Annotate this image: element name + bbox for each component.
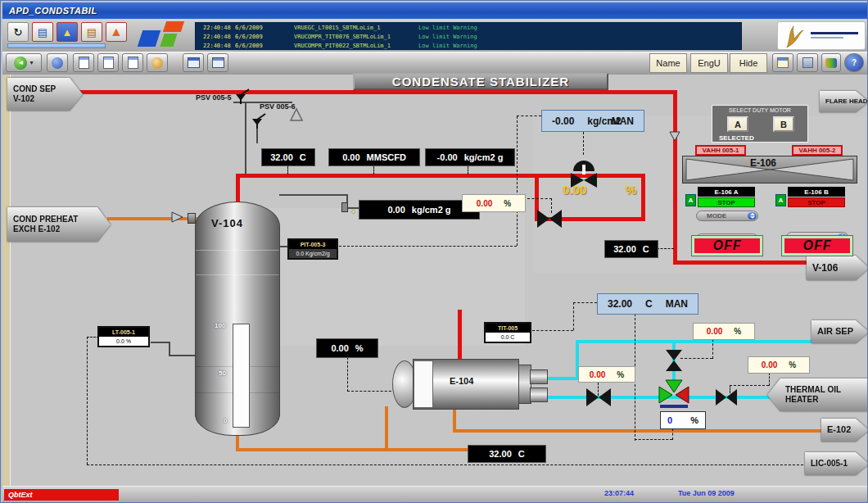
alarm-ack-button[interactable]: ▲ (57, 22, 78, 42)
psv-valve-icon[interactable] (249, 112, 267, 130)
alarm-vahh-005-2[interactable]: VAHH 005-2 (792, 145, 843, 156)
unit-a-status[interactable]: STOP (698, 197, 755, 207)
home-button[interactable] (47, 53, 68, 72)
alarm-row[interactable]: 22:40:48 6/6/2009 VRUCOMPR_TIT0076_SBTML… (196, 33, 741, 42)
window-cascade-button[interactable] (207, 53, 228, 72)
readout-value: -0.00 (437, 152, 458, 162)
pipe-red-e104-inlet (458, 310, 462, 364)
unit-a-label: E-106 A (698, 187, 755, 197)
select-duty-motor-panel: SELECT DUTY MOTOR A B SELECTED (712, 105, 808, 143)
psv-valve-icon[interactable] (233, 88, 251, 106)
manual-valve-bypass[interactable] (536, 209, 563, 229)
event-list-button[interactable]: ▤ (81, 22, 102, 42)
nav-lic-005-1[interactable]: LIC-005-1 (805, 452, 868, 475)
hide-toggle-button[interactable]: Hide (730, 53, 767, 73)
signal-line-temp-e106 (657, 248, 674, 249)
nav-e102[interactable]: E-102 (821, 419, 868, 442)
palette-button[interactable] (821, 53, 841, 72)
name-toggle-button[interactable]: Name (649, 53, 687, 73)
export-button[interactable] (797, 53, 818, 72)
nav-air-sep[interactable]: AIR SEP (811, 320, 868, 343)
nav-cond-preheat-e102[interactable]: COND PREHEAT EXCH E-102 (7, 207, 111, 242)
signal-line-tcv (635, 439, 672, 440)
valve-position-cv2[interactable]: 0.00% (693, 323, 755, 340)
header-progress-bar (7, 43, 106, 48)
alarm-summary-button[interactable]: ▤ (32, 22, 53, 42)
pipe-orange-to-e102 (453, 429, 825, 433)
nav-label-line: LIC-005-1 (811, 459, 868, 469)
controller-tc-man[interactable]: 32.00 C MAN (597, 293, 698, 315)
favorites-button[interactable] (147, 53, 168, 72)
flow-arrow-down-icon (668, 130, 681, 143)
unit-label-text: E-106 B (804, 188, 828, 196)
left-border-strip (2, 75, 11, 486)
export-icon (802, 57, 813, 68)
spinner-icon[interactable] (748, 212, 757, 220)
nav-v106[interactable]: V-106 (807, 256, 868, 280)
motor-a-button[interactable]: A (727, 116, 748, 132)
readout-value: 32.00 (613, 244, 636, 254)
page-prev-button[interactable] (73, 53, 94, 72)
nav-lic-wrap: LIC-005-1 (805, 452, 868, 475)
nav-label-line: V-102 (13, 94, 83, 105)
pipe-red-overhead (79, 90, 677, 94)
manual-valve-thermal-2[interactable] (715, 388, 738, 406)
motor-b-button[interactable]: B (773, 116, 794, 132)
level-scale-100: 100 (215, 322, 225, 329)
nav-thermal-oil-heater[interactable]: THERMAL OIL HEATER (767, 378, 868, 411)
refresh-button[interactable]: ↻ (7, 22, 29, 42)
unit-a-mode-dropdown[interactable]: MODE (696, 211, 758, 221)
back-dropdown-icon: ▾ (29, 59, 33, 66)
pit-value: 0.0 Kg/cm2/g (289, 249, 337, 258)
motor-panel-title: SELECT DUTY MOTOR (712, 106, 807, 113)
hmi-window: APD_CONDSTABIL ↻ ▤ ▲ ▤ ▲ 22:40:48 6/6/20… (0, 0, 868, 503)
valve-pos-value: 0.00 (707, 327, 722, 336)
instrument-tit-005[interactable]: TIT-005 0.0 C (484, 322, 531, 343)
page-icon (128, 57, 138, 69)
instrument-pit-005-3[interactable]: PIT-005-3 0.0 Kg/cm2/g (287, 238, 338, 260)
e106-label: E-106 (750, 157, 776, 169)
tit-value: 0.0 C (486, 333, 530, 342)
engu-toggle-button[interactable]: EngU (690, 53, 728, 73)
valve-position-cv3[interactable]: 0.00% (578, 366, 635, 383)
valve-position-cv4[interactable]: 0.00% (748, 356, 810, 374)
window-button[interactable] (183, 53, 204, 72)
psv-line-vertical (245, 102, 246, 174)
three-way-control-valve[interactable] (656, 378, 692, 410)
help-button[interactable]: ? (844, 53, 864, 72)
valve-pos-value: 0.00 (590, 370, 605, 379)
status-bar (2, 486, 867, 502)
valve-position-cv1[interactable]: 0.00% (462, 194, 526, 212)
unit-b-status[interactable]: STOP (788, 197, 845, 207)
warning-button[interactable]: ▲ (106, 22, 127, 42)
manual-valve-vertical[interactable] (664, 348, 684, 373)
page-up-button[interactable] (97, 53, 119, 72)
alarm-row[interactable]: 22:40:48 6/6/2009 VRUEGC_LT0015_SBTMLoLi… (196, 24, 741, 33)
alarm-row[interactable]: 22:40:48 6/6/2009 VRUCOMPR_PIT0022_SBTML… (196, 42, 741, 51)
page-next-button[interactable] (122, 53, 143, 72)
pipe-red-vessel-top (236, 174, 240, 203)
flow-arrow-hollow-icon (289, 107, 304, 122)
readout-unit: kg/cm2 g (464, 152, 504, 162)
alarm-date: 6/6/2009 (235, 43, 263, 49)
tcv-output-box[interactable]: 0 % (660, 411, 706, 429)
trend-button[interactable] (772, 53, 793, 72)
alarm-vahh-005-1[interactable]: VAHH 005-1 (695, 145, 746, 156)
air-cooler-e106[interactable]: E-106 (682, 156, 857, 184)
manual-valve-thermal-1[interactable] (585, 387, 612, 407)
nav-cond-sep-v102[interactable]: COND SEP V-102 (7, 78, 83, 111)
pipe-cyan-airsep (576, 340, 815, 343)
nav-flare-header[interactable]: FLARE HEADER (820, 91, 868, 112)
window-titlebar[interactable]: APD_CONDSTABIL (2, 2, 867, 19)
back-button[interactable]: ◄ ▾ (6, 53, 42, 72)
pipe-orange-bottoms-run (236, 448, 469, 451)
readout-unit: C (643, 244, 649, 254)
instrument-lt-005-1[interactable]: LT-005-1 0.0 % (97, 326, 150, 347)
lt-value: 0.0 % (99, 337, 148, 346)
alarm-date: 6/6/2009 (235, 34, 263, 40)
status-date: Tue Jun 09 2009 (678, 489, 735, 497)
name-button-label: Name (656, 58, 680, 68)
controller-mode: MAN (666, 298, 688, 310)
controller-pc-man[interactable]: -0.00 kg/cm2 MAN (541, 110, 644, 132)
valve-pos-unit: % (789, 360, 796, 369)
